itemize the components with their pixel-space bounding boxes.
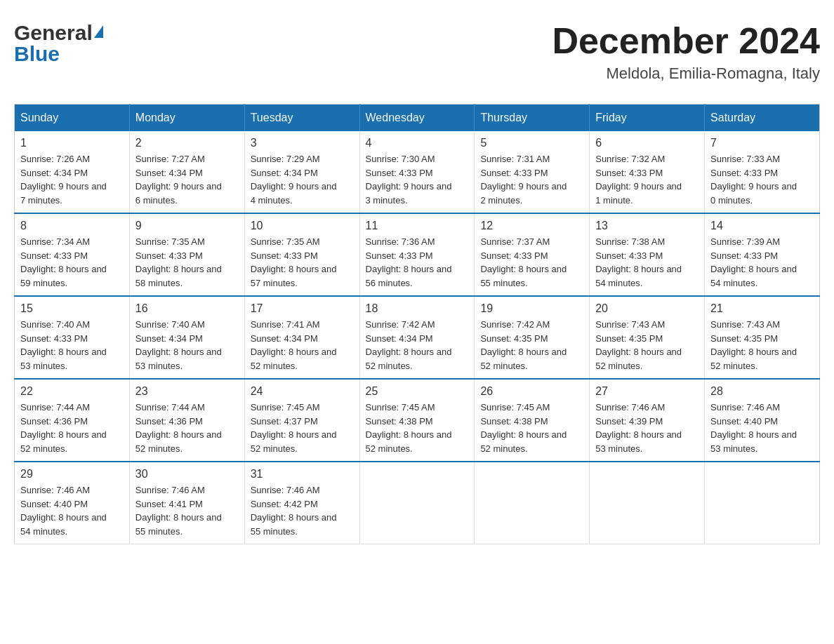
day-number: 25 bbox=[366, 385, 469, 398]
day-info: Sunrise: 7:42 AMSunset: 4:35 PMDaylight:… bbox=[480, 319, 567, 371]
calendar-cell: 18 Sunrise: 7:42 AMSunset: 4:34 PMDaylig… bbox=[359, 296, 475, 379]
calendar-cell: 17 Sunrise: 7:41 AMSunset: 4:34 PMDaylig… bbox=[244, 296, 359, 379]
day-info: Sunrise: 7:26 AMSunset: 4:34 PMDaylight:… bbox=[20, 154, 107, 206]
calendar-cell: 19 Sunrise: 7:42 AMSunset: 4:35 PMDaylig… bbox=[475, 296, 590, 379]
day-number: 2 bbox=[135, 137, 239, 149]
calendar-cell: 1 Sunrise: 7:26 AMSunset: 4:34 PMDayligh… bbox=[15, 131, 130, 213]
calendar-cell: 9 Sunrise: 7:35 AMSunset: 4:33 PMDayligh… bbox=[129, 213, 244, 296]
week-row-1: 1 Sunrise: 7:26 AMSunset: 4:34 PMDayligh… bbox=[15, 131, 820, 213]
day-number: 22 bbox=[20, 385, 124, 398]
day-header-monday: Monday bbox=[129, 105, 244, 132]
calendar-cell: 22 Sunrise: 7:44 AMSunset: 4:36 PMDaylig… bbox=[15, 379, 130, 462]
day-number: 29 bbox=[20, 468, 124, 481]
day-number: 26 bbox=[480, 385, 583, 398]
logo-triangle-icon bbox=[94, 25, 103, 38]
day-info: Sunrise: 7:45 AMSunset: 4:37 PMDaylight:… bbox=[251, 402, 337, 454]
logo-blue: Blue bbox=[14, 42, 60, 65]
day-number: 23 bbox=[135, 385, 239, 398]
day-header-tuesday: Tuesday bbox=[244, 105, 359, 132]
day-number: 9 bbox=[135, 220, 239, 232]
logo: General Blue bbox=[14, 21, 103, 66]
day-info: Sunrise: 7:45 AMSunset: 4:38 PMDaylight:… bbox=[366, 402, 452, 454]
day-number: 6 bbox=[595, 137, 699, 149]
week-row-3: 15 Sunrise: 7:40 AMSunset: 4:33 PMDaylig… bbox=[15, 296, 820, 379]
day-number: 31 bbox=[251, 468, 354, 481]
day-number: 20 bbox=[595, 302, 699, 315]
day-header-wednesday: Wednesday bbox=[359, 105, 475, 132]
day-number: 27 bbox=[595, 385, 699, 398]
day-info: Sunrise: 7:46 AMSunset: 4:39 PMDaylight:… bbox=[595, 402, 682, 454]
day-number: 1 bbox=[20, 137, 124, 149]
header: General Blue December 2024 Meldola, Emil… bbox=[14, 14, 820, 90]
day-number: 8 bbox=[20, 220, 124, 232]
calendar-cell bbox=[705, 462, 820, 544]
month-title: December 2024 bbox=[552, 21, 820, 61]
calendar-cell: 31 Sunrise: 7:46 AMSunset: 4:42 PMDaylig… bbox=[244, 462, 359, 544]
calendar-cell: 26 Sunrise: 7:45 AMSunset: 4:38 PMDaylig… bbox=[475, 379, 590, 462]
calendar-cell bbox=[475, 462, 590, 544]
calendar-cell: 5 Sunrise: 7:31 AMSunset: 4:33 PMDayligh… bbox=[475, 131, 590, 213]
day-info: Sunrise: 7:33 AMSunset: 4:33 PMDaylight:… bbox=[710, 154, 797, 206]
day-number: 5 bbox=[480, 137, 583, 149]
calendar-cell: 10 Sunrise: 7:35 AMSunset: 4:33 PMDaylig… bbox=[244, 213, 359, 296]
day-info: Sunrise: 7:46 AMSunset: 4:42 PMDaylight:… bbox=[251, 485, 337, 537]
day-number: 15 bbox=[20, 302, 124, 315]
day-info: Sunrise: 7:40 AMSunset: 4:33 PMDaylight:… bbox=[20, 319, 107, 371]
week-row-5: 29 Sunrise: 7:46 AMSunset: 4:40 PMDaylig… bbox=[15, 462, 820, 544]
day-number: 4 bbox=[366, 137, 469, 149]
day-info: Sunrise: 7:34 AMSunset: 4:33 PMDaylight:… bbox=[20, 236, 107, 288]
calendar-cell: 4 Sunrise: 7:30 AMSunset: 4:33 PMDayligh… bbox=[359, 131, 475, 213]
day-info: Sunrise: 7:46 AMSunset: 4:40 PMDaylight:… bbox=[20, 485, 107, 537]
day-number: 18 bbox=[366, 302, 469, 315]
day-number: 21 bbox=[710, 302, 814, 315]
day-info: Sunrise: 7:45 AMSunset: 4:38 PMDaylight:… bbox=[480, 402, 567, 454]
day-header-friday: Friday bbox=[590, 105, 705, 132]
day-info: Sunrise: 7:44 AMSunset: 4:36 PMDaylight:… bbox=[135, 402, 222, 454]
day-info: Sunrise: 7:36 AMSunset: 4:33 PMDaylight:… bbox=[366, 236, 452, 288]
day-number: 30 bbox=[135, 468, 239, 481]
day-info: Sunrise: 7:27 AMSunset: 4:34 PMDaylight:… bbox=[135, 154, 222, 206]
day-info: Sunrise: 7:43 AMSunset: 4:35 PMDaylight:… bbox=[710, 319, 797, 371]
day-number: 10 bbox=[251, 220, 354, 232]
calendar-cell: 25 Sunrise: 7:45 AMSunset: 4:38 PMDaylig… bbox=[359, 379, 475, 462]
day-header-saturday: Saturday bbox=[705, 105, 820, 132]
calendar-cell: 24 Sunrise: 7:45 AMSunset: 4:37 PMDaylig… bbox=[244, 379, 359, 462]
calendar-cell: 21 Sunrise: 7:43 AMSunset: 4:35 PMDaylig… bbox=[705, 296, 820, 379]
day-info: Sunrise: 7:41 AMSunset: 4:34 PMDaylight:… bbox=[251, 319, 337, 371]
calendar-cell: 16 Sunrise: 7:40 AMSunset: 4:34 PMDaylig… bbox=[129, 296, 244, 379]
day-number: 3 bbox=[251, 137, 354, 149]
day-info: Sunrise: 7:43 AMSunset: 4:35 PMDaylight:… bbox=[595, 319, 682, 371]
day-info: Sunrise: 7:29 AMSunset: 4:34 PMDaylight:… bbox=[251, 154, 337, 206]
calendar-cell: 20 Sunrise: 7:43 AMSunset: 4:35 PMDaylig… bbox=[590, 296, 705, 379]
day-info: Sunrise: 7:39 AMSunset: 4:33 PMDaylight:… bbox=[710, 236, 797, 288]
day-info: Sunrise: 7:31 AMSunset: 4:33 PMDaylight:… bbox=[480, 154, 567, 206]
day-number: 14 bbox=[710, 220, 814, 232]
day-info: Sunrise: 7:35 AMSunset: 4:33 PMDaylight:… bbox=[251, 236, 337, 288]
location: Meldola, Emilia-Romagna, Italy bbox=[552, 65, 820, 83]
week-row-4: 22 Sunrise: 7:44 AMSunset: 4:36 PMDaylig… bbox=[15, 379, 820, 462]
day-number: 11 bbox=[366, 220, 469, 232]
day-info: Sunrise: 7:30 AMSunset: 4:33 PMDaylight:… bbox=[366, 154, 452, 206]
calendar-cell: 6 Sunrise: 7:32 AMSunset: 4:33 PMDayligh… bbox=[590, 131, 705, 213]
day-number: 12 bbox=[480, 220, 583, 232]
calendar-cell: 12 Sunrise: 7:37 AMSunset: 4:33 PMDaylig… bbox=[475, 213, 590, 296]
day-number: 13 bbox=[595, 220, 699, 232]
day-info: Sunrise: 7:44 AMSunset: 4:36 PMDaylight:… bbox=[20, 402, 107, 454]
day-info: Sunrise: 7:37 AMSunset: 4:33 PMDaylight:… bbox=[480, 236, 567, 288]
calendar-cell: 13 Sunrise: 7:38 AMSunset: 4:33 PMDaylig… bbox=[590, 213, 705, 296]
calendar-cell: 11 Sunrise: 7:36 AMSunset: 4:33 PMDaylig… bbox=[359, 213, 475, 296]
day-info: Sunrise: 7:32 AMSunset: 4:33 PMDaylight:… bbox=[595, 154, 682, 206]
day-info: Sunrise: 7:38 AMSunset: 4:33 PMDaylight:… bbox=[595, 236, 682, 288]
calendar-cell: 30 Sunrise: 7:46 AMSunset: 4:41 PMDaylig… bbox=[129, 462, 244, 544]
calendar-cell: 8 Sunrise: 7:34 AMSunset: 4:33 PMDayligh… bbox=[15, 213, 130, 296]
title-area: December 2024 Meldola, Emilia-Romagna, I… bbox=[552, 21, 820, 83]
day-info: Sunrise: 7:46 AMSunset: 4:40 PMDaylight:… bbox=[710, 402, 797, 454]
calendar-cell: 15 Sunrise: 7:40 AMSunset: 4:33 PMDaylig… bbox=[15, 296, 130, 379]
day-number: 24 bbox=[251, 385, 354, 398]
calendar-cell bbox=[359, 462, 475, 544]
day-number: 28 bbox=[710, 385, 814, 398]
day-info: Sunrise: 7:46 AMSunset: 4:41 PMDaylight:… bbox=[135, 485, 222, 537]
day-number: 19 bbox=[480, 302, 583, 315]
calendar-cell: 29 Sunrise: 7:46 AMSunset: 4:40 PMDaylig… bbox=[15, 462, 130, 544]
day-header-sunday: Sunday bbox=[15, 105, 130, 132]
